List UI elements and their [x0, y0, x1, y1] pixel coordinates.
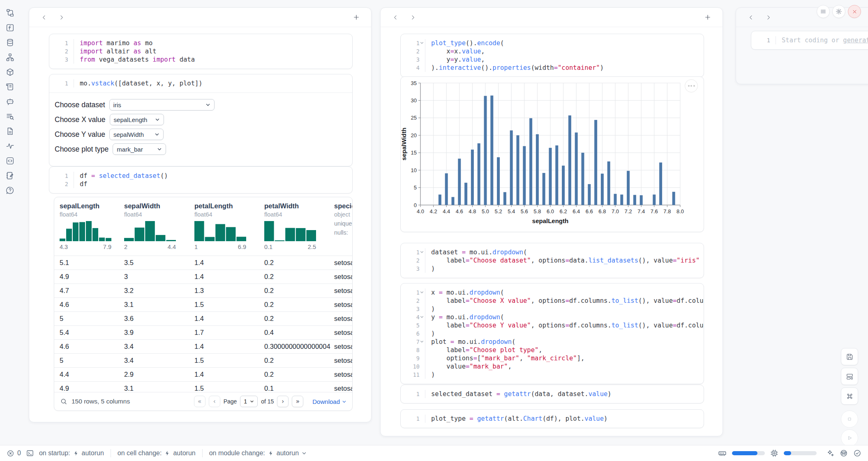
code-line[interactable]: ).interactive().properties(width="contai… [431, 64, 604, 72]
code-line[interactable]: y=y.value, [431, 55, 604, 64]
code-line[interactable]: mo.vstack([dataset, x, y, plot]) [80, 79, 203, 88]
code-cell-plot-type[interactable]: 1plot_type = getattr(alt.Chart(df), plot… [400, 409, 704, 428]
fold-chevron-icon[interactable] [420, 340, 424, 343]
documentation-icon[interactable] [5, 127, 14, 136]
table-row[interactable]: 5.13.51.40.2setosa [54, 256, 352, 270]
code-line[interactable]: import altair as alt [80, 47, 195, 55]
next-page-button[interactable]: › [277, 396, 289, 407]
ai-assistant-button[interactable] [826, 449, 834, 457]
settings-button[interactable] [832, 5, 845, 18]
code-line[interactable]: df [80, 180, 168, 188]
empty-code-cell[interactable]: 1 Start coding or generate with AI [751, 31, 868, 50]
prev-page-button[interactable]: ‹ [209, 396, 220, 407]
code-line[interactable]: from vega_datasets import data [80, 55, 195, 64]
run-button[interactable] [841, 429, 858, 447]
code-line[interactable]: plot = mo.ui.dropdown( [431, 338, 704, 346]
column-header-petalWidth[interactable]: petalWidthfloat640.12.5 [264, 202, 326, 250]
functions-icon[interactable] [5, 23, 14, 32]
table-row[interactable]: 53.41.50.2setosa [54, 353, 352, 367]
page-select[interactable]: 1 [240, 396, 258, 407]
help-icon[interactable] [5, 186, 14, 195]
bar-chart[interactable]: 4.04.24.44.64.85.05.25.45.65.86.06.26.46… [401, 77, 704, 232]
code-line[interactable]: x=x.value, [431, 47, 604, 55]
column-header-species[interactable]: speciesobjectunique:nulls: [334, 202, 353, 236]
chart-menu-button[interactable] [685, 79, 698, 92]
on-cell-change-toggle[interactable]: on cell change: autorun [118, 449, 196, 457]
fold-chevron-icon[interactable] [420, 41, 424, 45]
column-move-right-button[interactable] [55, 12, 67, 23]
code-line[interactable]: value="mark_bar", [431, 362, 704, 371]
code-line[interactable]: label="Choose Y value", options=df.colum… [431, 321, 704, 330]
code-line[interactable]: ) [431, 305, 704, 313]
on-module-change-toggle[interactable]: on module change: autorun [209, 449, 307, 457]
dropdown-choose-x-value[interactable]: sepalLength [110, 114, 164, 125]
code-line[interactable]: selected_dataset = getattr(data, dataset… [431, 390, 612, 398]
code-line[interactable]: ) [431, 371, 704, 379]
code-line[interactable]: label="Choose plot type", [431, 346, 704, 354]
code-cell-df[interactable]: 12df = selected_dataset()df [49, 166, 353, 194]
layout-button[interactable] [841, 368, 858, 385]
generate-link[interactable]: generate [843, 37, 868, 44]
close-button[interactable] [848, 5, 861, 18]
table-row[interactable]: 4.931.40.2setosa [54, 270, 352, 284]
code-cell-imports[interactable]: 123import marimo as moimport altair as a… [49, 34, 353, 69]
download-button[interactable]: Download [312, 398, 346, 405]
outline-icon[interactable] [5, 112, 14, 121]
keyboard-shortcuts-button[interactable] [841, 387, 858, 405]
on-startup-toggle[interactable]: on startup: autorun [39, 449, 104, 457]
column-move-right-button[interactable] [407, 12, 418, 23]
dropdown-choose-y-value[interactable]: sepalWidth [109, 129, 164, 140]
code-line[interactable]: plot_type().encode( [431, 39, 604, 47]
table-row[interactable]: 4.63.11.50.2setosa [54, 297, 352, 311]
column-move-right-button[interactable] [762, 12, 774, 23]
packages-icon[interactable] [5, 67, 14, 76]
code-cell-selected-dataset[interactable]: 1selected_dataset = getattr(data, datase… [400, 385, 704, 403]
dropdown-choose-plot-type[interactable]: mark_bar [113, 143, 166, 155]
code-line[interactable]: label="Choose X value", options=df.colum… [431, 297, 704, 305]
code-line[interactable]: x = mo.ui.dropdown( [431, 288, 704, 297]
column-header-sepalLength[interactable]: sepalLengthfloat644.37.9 [60, 202, 121, 250]
code-line[interactable]: dataset = mo.ui.dropdown( [431, 248, 699, 256]
column-move-left-button[interactable] [38, 12, 50, 23]
placeholder-line[interactable]: Start coding or generate with AI [782, 36, 868, 44]
search-icon[interactable] [60, 398, 67, 405]
error-indicator[interactable]: 0 [7, 449, 21, 457]
fold-chevron-icon[interactable] [420, 315, 424, 319]
stop-button[interactable] [841, 410, 858, 428]
fold-chevron-icon[interactable] [420, 290, 424, 294]
last-page-button[interactable]: » [292, 396, 303, 407]
add-column-button[interactable] [351, 12, 362, 23]
terminal-button[interactable] [26, 449, 34, 457]
table-row[interactable]: 4.73.21.30.2setosa [54, 284, 352, 297]
column-header-petalLength[interactable]: petalLengthfloat6416.9 [194, 202, 256, 250]
code-cell-chart[interactable]: 1234plot_type().encode( x=x.value, y=y.v… [400, 34, 704, 77]
scratchpad-icon[interactable] [5, 171, 14, 180]
code-cell-vstack[interactable]: 1mo.vstack([dataset, x, y, plot]) Choose… [49, 74, 353, 166]
code-cell-xy-plot-dropdowns[interactable]: 1234567891011x = mo.ui.dropdown( label="… [400, 283, 704, 384]
code-line[interactable]: label="Choose dataset", options=data.lis… [431, 256, 699, 265]
logs-icon[interactable] [5, 82, 14, 91]
file-tree-icon[interactable] [5, 8, 14, 17]
save-button[interactable] [841, 348, 858, 365]
fold-chevron-icon[interactable] [420, 250, 424, 254]
code-line[interactable]: options=["mark_bar", "mark_circle"], [431, 354, 704, 362]
table-row[interactable]: 4.63.41.40.3000000000000004setosa [54, 339, 352, 353]
code-line[interactable]: ) [431, 265, 699, 273]
datasources-icon[interactable] [5, 38, 14, 47]
first-page-button[interactable]: « [194, 396, 205, 407]
code-line[interactable]: import marimo as mo [80, 39, 195, 47]
code-line[interactable]: y = mo.ui.dropdown( [431, 313, 704, 321]
table-row[interactable]: 4.42.91.40.2setosa [54, 367, 352, 381]
dependency-graph-icon[interactable] [5, 53, 14, 62]
menu-button[interactable] [817, 5, 830, 18]
code-cell-dataset-dropdown[interactable]: 123dataset = mo.ui.dropdown( label="Choo… [400, 243, 704, 278]
code-line[interactable]: plot_type = getattr(alt.Chart(df), plot.… [431, 415, 607, 423]
dropdown-choose-dataset[interactable]: iris [109, 99, 215, 111]
tracing-icon[interactable] [5, 141, 14, 150]
column-move-left-button[interactable] [745, 12, 757, 23]
copilot-button[interactable] [840, 449, 848, 457]
code-line[interactable]: df = selected_dataset() [80, 172, 168, 180]
snippets-icon[interactable] [5, 156, 14, 165]
connection-status-button[interactable] [853, 449, 861, 457]
column-header-sepalWidth[interactable]: sepalWidthfloat6424.4 [124, 202, 186, 250]
